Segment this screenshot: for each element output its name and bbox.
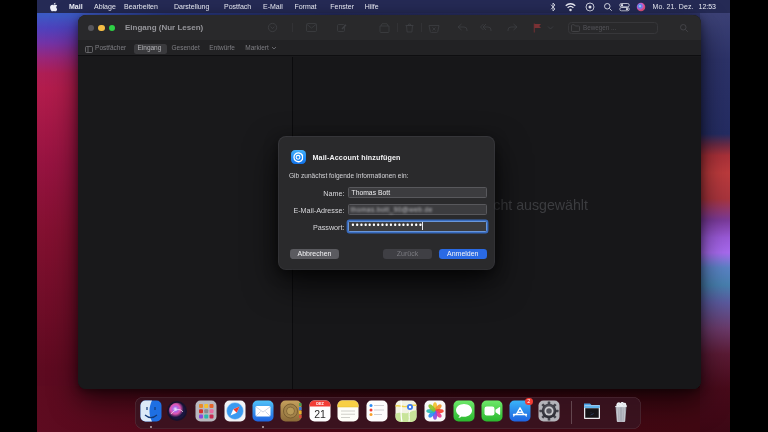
svg-text:21: 21 (314, 408, 326, 420)
svg-text:DEZ: DEZ (316, 402, 324, 406)
svg-text:ン: ン (590, 411, 595, 416)
